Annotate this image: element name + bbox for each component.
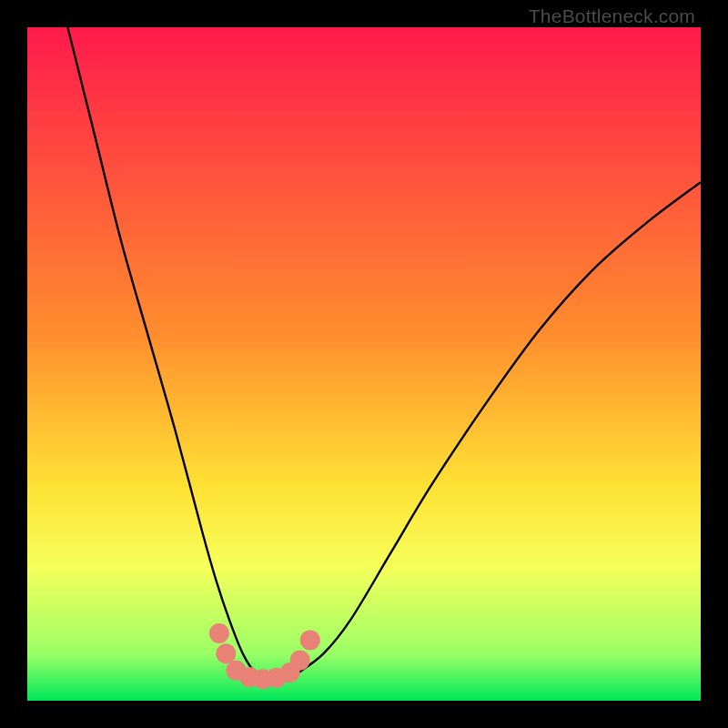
curve-markers [209, 623, 320, 689]
curve-marker [300, 630, 320, 650]
chart-frame: TheBottleneck.com [0, 0, 728, 728]
watermark-text: TheBottleneck.com [529, 5, 695, 27]
bottleneck-curve-layer [27, 27, 701, 701]
bottleneck-curve [67, 27, 701, 682]
curve-marker [209, 623, 229, 643]
plot-area [27, 27, 701, 701]
curve-marker [216, 643, 236, 663]
curve-marker [290, 651, 310, 671]
